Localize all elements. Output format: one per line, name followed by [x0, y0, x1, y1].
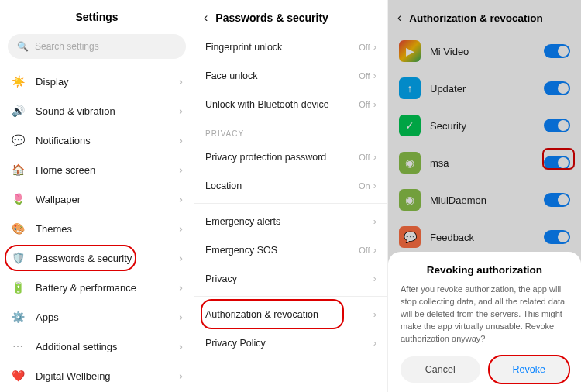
settings-panel: Settings 🔍 Search settings ☀️ Display › … — [0, 0, 194, 392]
item-value: Off — [359, 43, 370, 52]
item-label: Emergency alerts — [205, 216, 373, 227]
settings-item[interactable]: Emergency SOS Off › — [194, 236, 387, 264]
item-label: Battery & performance — [36, 282, 168, 294]
chevron-right-icon: › — [373, 180, 376, 191]
item-icon: ❤️ — [11, 369, 25, 383]
chevron-right-icon: › — [373, 273, 376, 284]
item-icon: 🔊 — [11, 104, 25, 118]
item-value: Off — [359, 71, 370, 81]
settings-item[interactable]: Unlock with Bluetooth device Off › — [194, 90, 387, 119]
item-label: Authorization & revocation — [205, 309, 373, 320]
item-label: Additional settings — [36, 341, 168, 352]
search-input[interactable]: 🔍 Search settings — [8, 34, 186, 59]
chevron-right-icon: › — [179, 340, 183, 352]
dialog-title: Revoking authorization — [401, 264, 569, 276]
chevron-right-icon: › — [179, 370, 183, 382]
item-label: Privacy Policy — [205, 338, 373, 349]
chevron-right-icon: › — [373, 151, 376, 163]
chevron-right-icon: › — [179, 252, 183, 264]
dialog-body: After you revoke authorization, the app … — [401, 284, 569, 346]
chevron-right-icon: › — [179, 163, 183, 176]
revoke-button[interactable]: Revoke — [490, 356, 569, 383]
revoke-dialog: Revoking authorization After you revoke … — [388, 252, 581, 392]
item-icon: 🌷 — [11, 192, 25, 206]
settings-item[interactable]: Fingerprint unlock Off › — [194, 33, 387, 61]
chevron-right-icon: › — [373, 308, 376, 320]
settings-item[interactable]: Authorization & revocation › — [194, 300, 387, 328]
divider — [194, 203, 387, 204]
item-label: Wallpaper — [36, 194, 168, 205]
item-icon: ⚙️ — [11, 310, 25, 324]
passwords-security-panel: ‹ Passwords & security Fingerprint unloc… — [194, 0, 387, 392]
chevron-right-icon: › — [373, 98, 376, 110]
settings-item[interactable]: 🔊 Sound & vibration › — [0, 96, 194, 126]
chevron-right-icon: › — [179, 311, 183, 323]
chevron-right-icon: › — [373, 244, 376, 256]
item-icon: 🔋 — [11, 280, 25, 294]
settings-item[interactable]: Face unlock Off › — [194, 61, 387, 90]
item-icon: 🏠 — [11, 163, 25, 177]
settings-item[interactable]: ☀️ Display › — [0, 67, 194, 96]
item-label: Face unlock — [205, 70, 359, 81]
settings-item[interactable]: Privacy protection password Off › — [194, 143, 387, 171]
settings-item[interactable]: 💬 Notifications › — [0, 126, 194, 155]
item-label: Themes — [36, 223, 168, 235]
settings-item[interactable]: ⚙️ Apps › — [0, 302, 194, 332]
divider — [194, 296, 387, 297]
settings-item[interactable]: ❤️ Digital Wellbeing › — [0, 361, 194, 390]
item-label: Location — [205, 181, 359, 191]
back-button[interactable]: ‹ — [204, 11, 208, 25]
item-icon: ⋯ — [11, 339, 25, 353]
search-placeholder: Search settings — [35, 41, 99, 52]
chevron-right-icon: › — [373, 70, 376, 81]
chevron-right-icon: › — [179, 281, 183, 294]
chevron-right-icon: › — [373, 337, 376, 349]
chevron-right-icon: › — [179, 134, 183, 146]
item-label: Passwords & security — [36, 253, 168, 264]
chevron-right-icon: › — [373, 215, 376, 227]
chevron-right-icon: › — [373, 41, 376, 53]
item-value: Off — [359, 246, 370, 255]
item-label: Fingerprint unlock — [205, 42, 359, 53]
settings-item[interactable]: 🏠 Home screen › — [0, 155, 194, 184]
settings-item[interactable]: Privacy › — [194, 264, 387, 293]
page-title: Passwords & security — [215, 12, 328, 24]
item-icon: 🛡️ — [11, 251, 25, 265]
item-label: Display — [36, 76, 168, 88]
settings-item[interactable]: Location On › — [194, 171, 387, 200]
settings-item[interactable]: 🔋 Battery & performance › — [0, 273, 194, 302]
item-label: Digital Wellbeing — [36, 370, 168, 382]
settings-item[interactable]: 🌷 Wallpaper › — [0, 184, 194, 214]
cancel-button[interactable]: Cancel — [401, 356, 480, 383]
item-label: Notifications — [36, 135, 168, 146]
settings-item[interactable]: 🎨 Themes › — [0, 214, 194, 243]
item-icon: ☀️ — [11, 74, 25, 88]
chevron-right-icon: › — [179, 105, 183, 117]
settings-item[interactable]: 🛡️ Passwords & security › — [0, 243, 194, 273]
settings-item[interactable]: Privacy Policy › — [194, 328, 387, 357]
chevron-right-icon: › — [179, 222, 183, 235]
item-icon: 🎨 — [11, 222, 25, 236]
item-value: Off — [359, 100, 370, 109]
authorization-revocation-panel: ‹ Authorization & revocation ▶ Mi Video … — [387, 0, 581, 392]
search-icon: 🔍 — [17, 41, 29, 52]
settings-item[interactable]: Emergency alerts › — [194, 207, 387, 236]
item-label: Privacy protection password — [205, 152, 359, 163]
settings-item[interactable]: ⋯ Additional settings › — [0, 332, 194, 361]
item-label: Home screen — [36, 164, 168, 176]
item-value: On — [359, 181, 370, 191]
chevron-right-icon: › — [179, 75, 183, 88]
chevron-right-icon: › — [179, 193, 183, 205]
item-label: Privacy — [205, 273, 373, 284]
item-label: Unlock with Bluetooth device — [205, 99, 359, 110]
section-header-privacy: PRIVACY — [194, 119, 387, 143]
item-value: Off — [359, 153, 370, 162]
item-label: Apps — [36, 311, 168, 323]
revoke-button-label: Revoke — [513, 364, 545, 375]
item-label: Sound & vibration — [36, 105, 168, 117]
item-icon: 💬 — [11, 133, 25, 147]
item-label: Emergency SOS — [205, 245, 359, 256]
page-title: Settings — [0, 0, 194, 31]
